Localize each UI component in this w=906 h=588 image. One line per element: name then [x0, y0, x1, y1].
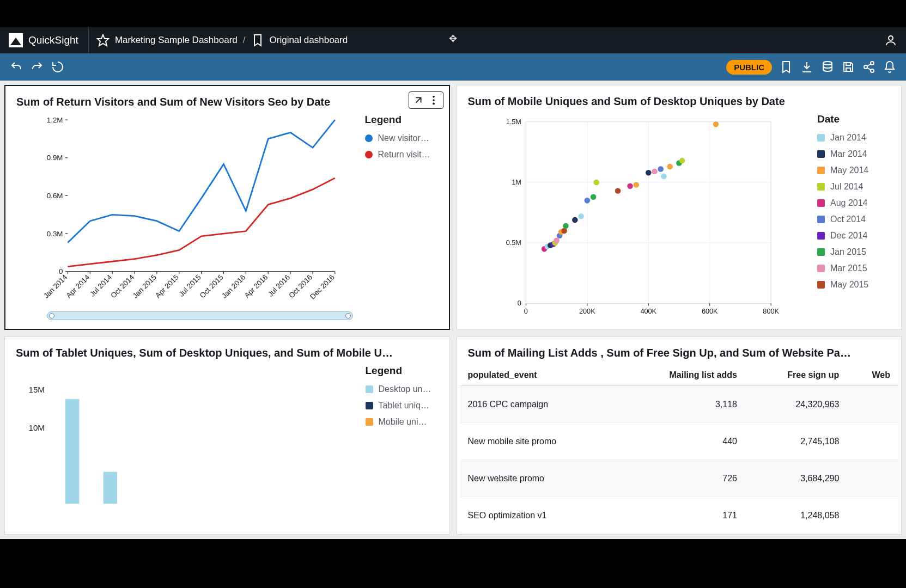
bar-chart[interactable]: 10M15M	[14, 365, 359, 525]
expand-icon[interactable]	[412, 94, 424, 106]
svg-text:600K: 600K	[701, 308, 717, 315]
database-icon[interactable]	[821, 60, 834, 74]
legend-item[interactable]: Mar 2015	[817, 264, 892, 273]
svg-text:15M: 15M	[28, 385, 45, 394]
svg-text:0.3M: 0.3M	[47, 230, 63, 238]
svg-point-85	[652, 169, 658, 175]
table-cell: New website promo	[460, 460, 618, 497]
svg-rect-95	[104, 472, 117, 504]
legend-item[interactable]: May 2015	[817, 280, 892, 290]
scroll-handle-left[interactable]	[49, 313, 54, 318]
table-cell	[847, 386, 898, 423]
table-cell: 1,248,058	[745, 497, 847, 534]
svg-point-6	[433, 96, 435, 98]
download-icon[interactable]	[800, 60, 813, 74]
panel-title: Sum of Tablet Uniques, Sum of Desktop Un…	[5, 337, 449, 365]
svg-rect-94	[65, 399, 79, 504]
svg-point-83	[633, 182, 639, 188]
table-header[interactable]: Mailing list adds	[618, 365, 745, 386]
legend-label: Jan 2015	[830, 247, 866, 257]
svg-point-79	[590, 194, 596, 200]
svg-point-3	[871, 62, 874, 65]
table-cell: 726	[618, 460, 745, 497]
table-row[interactable]: New mobile site promo4402,745,108	[460, 423, 898, 460]
legend-item[interactable]: Aug 2014	[817, 198, 892, 208]
legend-swatch	[366, 385, 373, 393]
line-chart[interactable]: 00.3M0.6M0.9M1.2MJan 2014Apr 2014Jul 201…	[14, 114, 358, 320]
breadcrumb-separator: /	[243, 35, 246, 46]
legend-swatch	[817, 150, 825, 158]
svg-marker-0	[98, 35, 108, 46]
quicksight-logo-icon	[9, 33, 23, 47]
svg-text:0.6M: 0.6M	[47, 192, 63, 200]
svg-point-2	[823, 62, 832, 65]
legend-swatch	[365, 151, 373, 158]
svg-point-1	[889, 36, 893, 40]
breadcrumb-dashboard[interactable]: Marketing Sample Dashboard	[115, 35, 238, 46]
scroll-handle-right[interactable]	[345, 313, 351, 318]
legend-swatch	[366, 418, 373, 426]
legend-item[interactable]: Jan 2014	[817, 133, 892, 143]
more-icon[interactable]	[428, 94, 440, 106]
legend-item[interactable]: Desktop un…	[366, 384, 441, 394]
svg-text:0: 0	[517, 299, 521, 307]
panel-events[interactable]: Sum of Mailing List Adds , Sum of Free S…	[457, 336, 902, 535]
legend: Date Jan 2014Mar 2014May 2014Jul 2014Aug…	[811, 113, 892, 321]
public-badge[interactable]: PUBLIC	[726, 60, 772, 75]
svg-point-88	[667, 164, 673, 170]
legend-item[interactable]: Oct 2014	[817, 215, 892, 224]
legend-swatch	[817, 232, 825, 240]
panel-title: Sum of Return Visitors and Sum of New Vi…	[5, 86, 449, 114]
svg-point-86	[658, 166, 664, 172]
chart-scrollbar[interactable]	[47, 311, 353, 320]
panel-visitors[interactable]: Sum of Return Visitors and Sum of New Vi…	[4, 85, 450, 330]
table-row[interactable]: 2016 CPC campaign3,11824,320,963	[460, 386, 898, 423]
legend-title: Date	[817, 113, 892, 125]
table-cell: New mobile site promo	[460, 423, 618, 460]
legend-label: Return visit…	[378, 150, 430, 160]
svg-text:1.5M: 1.5M	[506, 118, 521, 126]
undo-icon[interactable]	[10, 60, 23, 74]
table-cell: 2016 CPC campaign	[460, 386, 618, 423]
scatter-chart[interactable]: 00.5M1M1.5M0200K400K600K800K	[466, 113, 811, 321]
legend-item[interactable]: New visitor…	[365, 133, 440, 143]
legend-swatch	[817, 281, 825, 289]
breadcrumb-view[interactable]: Original dashboard	[270, 35, 348, 46]
legend-item[interactable]: Jan 2015	[817, 247, 892, 257]
brand[interactable]: QuickSight	[9, 27, 89, 53]
table-cell: 440	[618, 423, 745, 460]
legend-item[interactable]: Jul 2014	[817, 182, 892, 192]
legend-swatch	[817, 199, 825, 207]
table-header[interactable]: Free sign up	[745, 365, 847, 386]
legend-item[interactable]: Return visit…	[365, 150, 440, 160]
legend-label: May 2014	[830, 166, 868, 175]
user-icon[interactable]	[884, 34, 897, 47]
panel-devices[interactable]: Sum of Tablet Uniques, Sum of Desktop Un…	[4, 336, 450, 535]
table-row[interactable]: New website promo7263,684,290	[460, 460, 898, 497]
reset-icon[interactable]	[51, 60, 64, 74]
svg-text:200K: 200K	[579, 308, 595, 315]
legend-label: Mar 2014	[830, 149, 867, 159]
legend-item[interactable]: Mar 2014	[817, 149, 892, 159]
panel-uniques[interactable]: Sum of Mobile Uniques and Sum of Desktop…	[457, 85, 902, 330]
bell-icon[interactable]	[883, 60, 896, 74]
events-table[interactable]: populated_eventMailing list addsFree sig…	[460, 365, 898, 534]
table-cell: 24,320,963	[745, 386, 847, 423]
bookmark-toolbar-icon[interactable]	[780, 60, 793, 74]
save-icon[interactable]	[842, 60, 855, 74]
legend-item[interactable]: Dec 2014	[817, 231, 892, 241]
table-row[interactable]: SEO optimization v11711,248,058	[460, 497, 898, 534]
legend-item[interactable]: Mobile uni…	[366, 417, 441, 427]
star-icon[interactable]	[96, 34, 110, 47]
legend-swatch	[366, 402, 373, 409]
legend-item[interactable]: Tablet uniq…	[366, 401, 441, 411]
legend-swatch	[817, 134, 825, 142]
svg-text:0.9M: 0.9M	[47, 154, 63, 162]
table-header[interactable]: populated_event	[460, 365, 618, 386]
redo-icon[interactable]	[31, 60, 44, 74]
move-handle-icon[interactable]: ✥	[449, 33, 457, 45]
table-header[interactable]: Web	[847, 365, 898, 386]
legend-item[interactable]: May 2014	[817, 166, 892, 175]
table-cell: SEO optimization v1	[460, 497, 618, 534]
share-icon[interactable]	[862, 60, 875, 74]
